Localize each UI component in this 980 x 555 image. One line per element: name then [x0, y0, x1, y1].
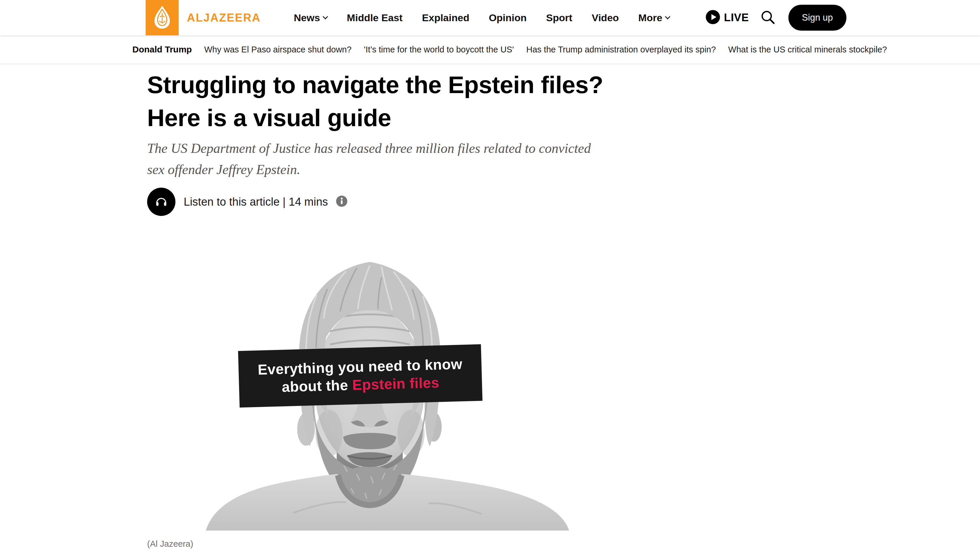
banner-highlight: Epstein files — [352, 375, 439, 393]
chevron-down-icon — [323, 14, 328, 19]
live-link[interactable]: LIVE — [706, 10, 749, 25]
search-icon — [760, 10, 776, 26]
listen-label: Listen to this article | 14 mins — [183, 196, 328, 208]
trending-bar: Donald Trump Why was El Paso airspace sh… — [0, 35, 980, 64]
image-caption: (Al Jazeera) — [147, 539, 193, 549]
nav-label: Sport — [546, 12, 572, 24]
article-title-line1: Struggling to navigate the Epstein files… — [147, 68, 603, 101]
banner-line2-prefix: about the — [282, 377, 352, 395]
play-circle-icon — [706, 10, 720, 25]
site-header: ALJAZEERA News Middle East Explained Opi… — [0, 0, 980, 35]
nav-item-more[interactable]: More — [638, 12, 669, 24]
search-button[interactable] — [760, 10, 776, 26]
trending-link[interactable]: 'It’s time for the world to boycott the … — [364, 45, 514, 55]
trending-link[interactable]: What is the US critical minerals stockpi… — [728, 45, 887, 55]
article-standfirst: The US Department of Justice has release… — [147, 138, 598, 180]
chevron-down-icon — [665, 14, 670, 19]
listen-button[interactable] — [147, 188, 175, 216]
nav-item-sport[interactable]: Sport — [546, 12, 572, 24]
nav-label: Video — [592, 12, 619, 24]
trending-topic[interactable]: Donald Trump — [132, 45, 192, 55]
nav-item-news[interactable]: News — [294, 12, 328, 24]
al-jazeera-wordmark[interactable]: ALJAZEERA — [187, 11, 261, 24]
nav-label: More — [638, 12, 662, 24]
live-label: LIVE — [724, 11, 749, 24]
article-title: Struggling to navigate the Epstein files… — [147, 68, 603, 134]
listen-row: Listen to this article | 14 mins — [147, 188, 347, 216]
nav-label: Explained — [422, 12, 469, 24]
nav-item-middle-east[interactable]: Middle East — [347, 12, 402, 24]
info-button[interactable] — [336, 196, 347, 208]
hero-banner-overlay: Everything you need to know about the Ep… — [238, 344, 482, 408]
nav-label: News — [294, 12, 320, 24]
page: ALJAZEERA News Middle East Explained Opi… — [0, 0, 980, 555]
nav-label: Middle East — [347, 12, 402, 24]
trending-link[interactable]: Has the Trump administration overplayed … — [526, 45, 716, 55]
main-nav: News Middle East Explained Opinion Sport… — [294, 12, 670, 24]
nav-item-video[interactable]: Video — [592, 12, 619, 24]
header-actions: LIVE Sign up — [706, 5, 846, 30]
nav-label: Opinion — [489, 12, 526, 24]
sign-up-button[interactable]: Sign up — [789, 5, 846, 30]
nav-item-explained[interactable]: Explained — [422, 12, 469, 24]
trending-link[interactable]: Why was El Paso airspace shut down? — [204, 45, 352, 55]
headphones-icon — [154, 194, 168, 209]
al-jazeera-logo[interactable] — [146, 0, 179, 35]
info-circle-icon — [336, 196, 347, 208]
article-title-line2: Here is a visual guide — [147, 101, 603, 134]
nav-item-opinion[interactable]: Opinion — [489, 12, 526, 24]
al-jazeera-flame-icon — [151, 4, 174, 31]
